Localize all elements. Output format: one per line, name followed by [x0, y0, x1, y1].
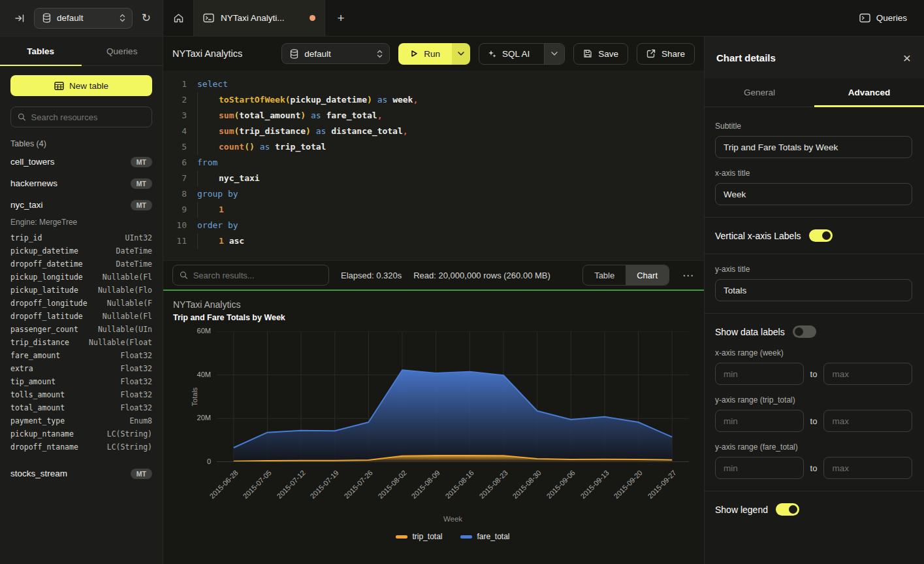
results-search-input[interactable]: [193, 271, 322, 280]
sidebar: Tables Queries New table Tables (4) cell…: [0, 37, 163, 564]
subtitle-field-label: Subtitle: [715, 122, 912, 131]
refresh-button[interactable]: ↻: [139, 10, 153, 26]
sql-ai-split-button: SQL AI: [479, 43, 565, 65]
database-selector[interactable]: default: [34, 8, 133, 29]
refresh-icon: ↻: [142, 12, 151, 24]
legend-item[interactable]: trip_total: [396, 532, 442, 541]
new-tab-button[interactable]: +: [325, 0, 357, 36]
divider: [705, 217, 924, 218]
legend-label: trip_total: [412, 532, 442, 541]
save-label: Save: [598, 49, 618, 59]
sql-ai-options-button[interactable]: [544, 44, 564, 64]
line-number: 7: [170, 171, 187, 186]
chart-details-body: Subtitle x-axis title Vertical x-axis La…: [705, 107, 924, 564]
column-name: fare_amount: [10, 349, 60, 362]
xaxis-range-min-input[interactable]: [715, 363, 804, 385]
indent-guide: [197, 124, 219, 139]
divider: [705, 254, 924, 254]
column-name: dropoff_datetime: [10, 257, 83, 271]
column-type: Enum8: [129, 414, 152, 427]
chart-subtitle: Trip and Fare Totals by Week: [173, 313, 285, 322]
elapsed-time: Elapsed: 0.320s: [341, 271, 402, 280]
xaxis-title-input[interactable]: [715, 183, 912, 205]
legend-swatch: [460, 535, 472, 539]
code-token: from: [197, 158, 217, 167]
column-row: pickup_latitudeNullable(Flo: [10, 284, 152, 297]
database-icon: [42, 13, 51, 23]
sql-ai-button[interactable]: SQL AI: [479, 44, 538, 64]
column-row: dropoff_datetimeDateTime: [10, 257, 152, 271]
table-row[interactable]: cell_towersMT: [10, 151, 152, 173]
share-label: Share: [661, 49, 685, 59]
view-toggle-chart[interactable]: Chart: [626, 265, 669, 285]
table-row[interactable]: hackernewsMT: [10, 173, 152, 194]
chart-plot: [217, 331, 689, 462]
yaxis-range-fare-min-input[interactable]: [715, 457, 804, 479]
code-token: nyc_taxi: [219, 173, 260, 183]
column-name: dropoff_longitude: [10, 297, 88, 310]
divider: [705, 491, 924, 491]
toggle-knob: [789, 505, 797, 514]
column-name: pickup_datetime: [10, 244, 78, 257]
column-row: trip_distanceNullable(Float: [10, 336, 152, 349]
home-button[interactable]: [163, 0, 193, 36]
yaxis-range-trip-max-input[interactable]: [823, 410, 912, 432]
save-button[interactable]: Save: [573, 43, 628, 65]
column-row: payment_typeEnum8: [10, 414, 152, 427]
xaxis-title-field-label: x-axis title: [715, 169, 912, 178]
code-token: as: [260, 142, 270, 152]
queries-button[interactable]: Queries: [859, 13, 907, 23]
sidebar-tab-queries[interactable]: Queries: [82, 37, 163, 65]
code-token: ,: [403, 126, 408, 136]
queries-icon: [859, 13, 870, 23]
collapse-sidebar-button[interactable]: [12, 10, 27, 26]
y-tick-label: 40M: [197, 371, 217, 378]
code-token: ,: [377, 110, 383, 120]
code-token: sum: [219, 110, 234, 120]
code-token: [270, 142, 275, 152]
tab-advanced[interactable]: Advanced: [814, 78, 924, 107]
column-row: passenger_countNullable(UIn: [10, 323, 152, 336]
query-database-selector[interactable]: default: [281, 43, 390, 64]
close-panel-button[interactable]: ×: [903, 51, 911, 65]
run-options-button[interactable]: [452, 43, 470, 65]
x-tick-label: 2015-08-09: [410, 469, 441, 500]
chevron-updown-icon: [119, 14, 125, 22]
xaxis-range-max-input[interactable]: [823, 363, 912, 385]
subtitle-input[interactable]: [715, 136, 912, 158]
column-name: dropoff_latitude: [10, 310, 83, 323]
table-row[interactable]: nyc_taxiMT: [10, 194, 152, 216]
table-name: stocks_stream: [10, 469, 67, 478]
yaxis-range-fare-max-input[interactable]: [823, 457, 912, 479]
show-legend-toggle[interactable]: [776, 503, 799, 516]
share-button[interactable]: Share: [637, 43, 695, 65]
new-table-button[interactable]: New table: [10, 75, 152, 96]
code-line: 1select: [170, 76, 704, 92]
unsaved-changes-dot: [310, 15, 315, 21]
line-number: 2: [170, 92, 187, 108]
sql-editor[interactable]: 1select2toStartOfWeek(pickup_datetime) a…: [163, 71, 704, 260]
table-row[interactable]: stocks_streamMT: [10, 463, 152, 484]
sidebar-tab-tables[interactable]: Tables: [0, 37, 82, 65]
code-line: 6from: [170, 155, 704, 171]
x-tick-label: 2015-07-05: [242, 469, 273, 500]
line-number: 5: [170, 139, 187, 155]
view-toggle-table[interactable]: Table: [583, 265, 626, 285]
yaxis-range-trip-min-input[interactable]: [715, 410, 804, 432]
resource-search-input[interactable]: [31, 112, 145, 122]
code-token: [372, 95, 377, 105]
x-tick-label: 2015-08-23: [477, 469, 509, 500]
x-tick-label: 2015-09-13: [579, 469, 610, 500]
tab-nytaxi-analytics[interactable]: NYTaxi Analyti...: [193, 0, 325, 36]
toggle-knob: [795, 327, 803, 336]
legend-item[interactable]: fare_total: [460, 532, 509, 541]
results-more-button[interactable]: ⋯: [681, 269, 695, 282]
tab-general[interactable]: General: [705, 78, 814, 107]
column-row: dropoff_ntanameLC(String): [10, 440, 152, 454]
column-row: extraFloat32: [10, 362, 152, 375]
code-line: 91: [170, 202, 704, 218]
yaxis-title-input[interactable]: [715, 279, 912, 301]
vertical-xaxis-labels-toggle[interactable]: [809, 229, 833, 242]
run-button[interactable]: Run: [398, 43, 452, 65]
show-data-labels-toggle[interactable]: [793, 325, 816, 338]
